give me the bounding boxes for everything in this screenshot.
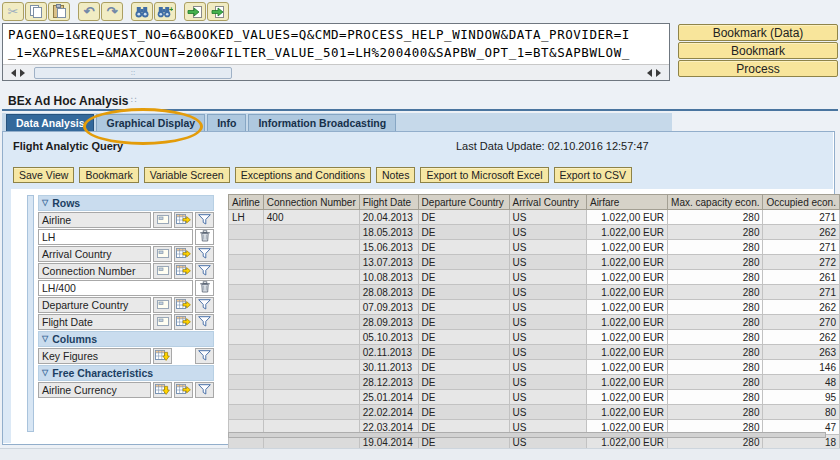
cell-max-capacity-econ: 280 [668, 390, 763, 405]
nav-item-label[interactable]: Departure Country [38, 297, 151, 313]
properties-button[interactable] [153, 212, 172, 228]
column-header-airfare[interactable]: Airfare [586, 195, 667, 210]
table-down-button[interactable] [153, 348, 172, 364]
column-header-flight-date[interactable]: Flight Date [359, 195, 418, 210]
properties-button[interactable] [153, 263, 172, 279]
copy-button[interactable] [25, 2, 47, 21]
report-button-label: Exceptions and Conditions [241, 169, 365, 181]
find-icon [134, 5, 150, 19]
redo-button[interactable]: ↷ [101, 2, 123, 21]
properties-button[interactable] [153, 297, 172, 313]
swap-axes-icon [176, 264, 191, 279]
cell-airline [229, 300, 264, 315]
undo-button[interactable]: ↶ [78, 2, 100, 21]
exceptions-and-conditions-button[interactable]: Exceptions and Conditions [235, 167, 371, 183]
filter-button[interactable] [195, 246, 214, 262]
column-header-departure-country[interactable]: Departure Country [418, 195, 509, 210]
nav-item-label[interactable]: LH [38, 229, 193, 245]
nav-item-label[interactable]: Connection Number [38, 263, 151, 279]
tab-data-analysis[interactable]: Data Analysis [6, 114, 94, 131]
table-down-button[interactable] [153, 382, 172, 398]
process-button[interactable]: Process [678, 60, 838, 77]
nav-item-label[interactable]: Arrival Country [38, 246, 151, 262]
swap-axes-button[interactable] [174, 263, 193, 279]
nav-item-label[interactable]: Key Figures [38, 348, 151, 364]
nav-item-label[interactable]: Flight Date [38, 314, 151, 330]
cell-departure-country: DE [418, 390, 509, 405]
export-to-microsoft-excel-button[interactable]: Export to Microsoft Excel [420, 167, 548, 183]
bookmark-data-button[interactable]: Bookmark (Data) [678, 24, 838, 41]
filter-button[interactable] [195, 314, 214, 330]
swap-axes-button[interactable] [174, 314, 193, 330]
cell-flight-date: 28.08.2013 [359, 285, 418, 300]
tab-graphical-display[interactable]: Graphical Display [96, 114, 205, 131]
variable-screen-button[interactable]: Variable Screen [144, 167, 230, 183]
table-row: 25.01.2014DEUS1.022,00 EUR28095 [229, 390, 840, 405]
horizontal-scrollbar[interactable]: :: [3, 64, 669, 80]
column-header-connection-number[interactable]: Connection Number [263, 195, 359, 210]
filter-button[interactable] [195, 297, 214, 313]
column-header-occupied-econ[interactable]: Occupied econ. [763, 195, 840, 210]
find-button[interactable] [131, 2, 153, 21]
cell-flight-date: 15.06.2013 [359, 240, 418, 255]
scroll-right-button[interactable] [18, 66, 31, 79]
import-alt-button[interactable] [207, 2, 229, 21]
swap-axes-button[interactable] [174, 212, 193, 228]
navigation-splitter[interactable] [27, 195, 34, 432]
export-to-csv-button[interactable]: Export to CSV [554, 167, 633, 183]
query-text-line1: PAGENO=1&REQUEST_NO=6&BOOKED_VALUES=Q&CM… [3, 24, 669, 44]
splitter-grip-icon[interactable]: ∷ [131, 95, 137, 105]
properties-button[interactable] [153, 314, 172, 330]
table-head: AirlineConnection NumberFlight DateDepar… [229, 195, 840, 210]
trash-button[interactable] [195, 280, 214, 296]
query-text-editor[interactable]: PAGENO=1&REQUEST_NO=6&BOOKED_VALUES=Q&CM… [2, 23, 670, 81]
trash-button[interactable] [195, 229, 214, 245]
bookmark-button[interactable]: Bookmark [79, 167, 138, 183]
section-header-columns[interactable]: ▽Columns [38, 331, 214, 347]
scroll-left-button-2[interactable] [641, 66, 654, 79]
tab-information-broadcasting[interactable]: Information Broadcasting [248, 114, 396, 131]
find-next-button[interactable]: + [154, 2, 176, 21]
cell-connection-number [263, 390, 359, 405]
cell-connection-number: 400 [263, 210, 359, 225]
nav-item-label[interactable]: Airline Currency [38, 382, 151, 398]
cell-airfare: 1.022,00 EUR [586, 375, 667, 390]
paste-button[interactable] [48, 2, 70, 21]
cut-button[interactable]: ✂ [2, 2, 24, 21]
nav-item-label[interactable]: Airline [38, 212, 151, 228]
swap-axes-button[interactable] [174, 297, 193, 313]
cell-connection-number [263, 375, 359, 390]
notes-button[interactable]: Notes [376, 167, 415, 183]
filter-button[interactable] [195, 348, 214, 364]
column-header-max-capacity-econ[interactable]: Max. capacity econ. [668, 195, 763, 210]
properties-button[interactable] [153, 246, 172, 262]
swap-axes-button[interactable] [174, 382, 193, 398]
scroll-right-button-2[interactable] [654, 66, 667, 79]
filter-icon [198, 315, 211, 330]
filter-button[interactable] [195, 212, 214, 228]
cell-connection-number [263, 255, 359, 270]
swap-axes-button[interactable] [174, 246, 193, 262]
section-header-rows[interactable]: ▽Rows [38, 195, 214, 211]
cell-arrival-country: US [509, 285, 586, 300]
table-horizontal-scrollbar[interactable] [228, 432, 826, 438]
filter-button[interactable] [195, 382, 214, 398]
section-title: Rows [52, 197, 80, 209]
cell-departure-country: DE [418, 255, 509, 270]
tab-info[interactable]: Info [207, 114, 246, 131]
bookmark-button[interactable]: Bookmark [678, 42, 838, 59]
nav-item-label[interactable]: LH/400 [38, 280, 193, 296]
cell-flight-date: 25.01.2014 [359, 390, 418, 405]
section-header-free-characteristics[interactable]: ▽Free Characteristics [38, 365, 214, 381]
column-header-airline[interactable]: Airline [229, 195, 264, 210]
swap-axes-icon [176, 247, 191, 262]
section-title: Free Characteristics [52, 367, 153, 379]
column-header-arrival-country[interactable]: Arrival Country [509, 195, 586, 210]
scrollbar-thumb[interactable]: :: [34, 67, 232, 79]
cell-max-capacity-econ: 280 [668, 300, 763, 315]
filter-button[interactable] [195, 263, 214, 279]
import-button[interactable] [184, 2, 206, 21]
save-view-button[interactable]: Save View [13, 167, 74, 183]
table-body: LH40020.04.2013DEUS1.022,00 EUR28027118.… [229, 210, 840, 450]
scroll-left-button[interactable] [5, 66, 18, 79]
